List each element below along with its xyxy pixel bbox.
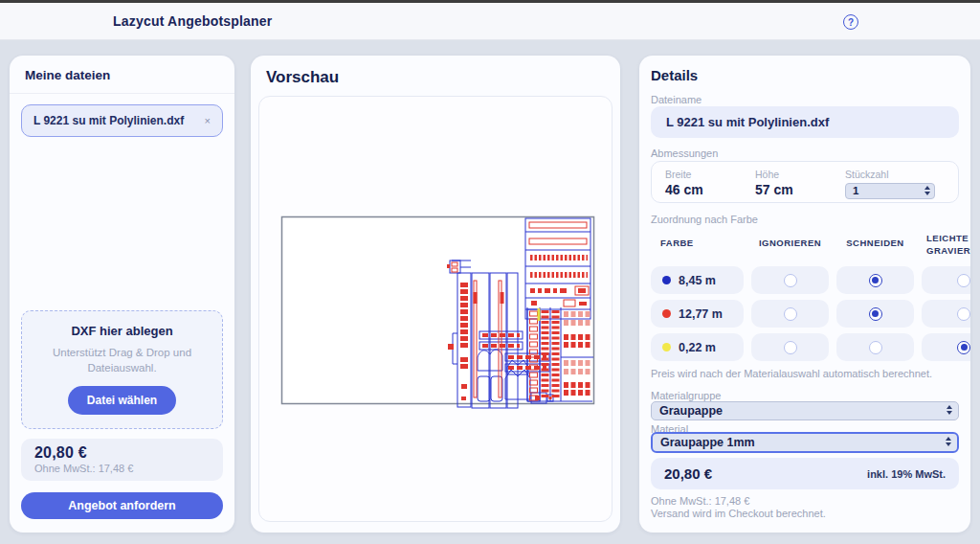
price-auto-note: Preis wird nach der Materialauswahl auto… (651, 368, 961, 379)
stepper-up-icon[interactable] (924, 186, 930, 190)
column-leichte-gravierung: Leichte Gravierung (926, 232, 970, 258)
preview-canvas (258, 96, 612, 522)
radio-ignorieren[interactable] (784, 307, 797, 321)
radio-schneiden[interactable] (869, 307, 882, 321)
select-arrows-icon (946, 437, 951, 446)
color-dot (662, 343, 671, 351)
preview-title: Vorschau (266, 68, 339, 87)
dxf-preview-drawing (259, 97, 612, 521)
material-value: Graupappe 1mm (660, 436, 755, 449)
radio-leichte-gravierung[interactable] (957, 341, 970, 354)
price-net-note: Ohne MwSt.: 17,48 € (651, 495, 749, 507)
color-row-blue: 8,45 m (639, 266, 970, 294)
color-dot (662, 309, 671, 318)
column-ignorieren: Ignorieren (751, 238, 829, 248)
dxf-dropzone[interactable]: DXF hier ablegen Unterstützt Drag & Drop… (21, 310, 223, 429)
dropzone-title: DXF hier ablegen (32, 324, 212, 338)
choose-file-button[interactable]: Datei wählen (68, 386, 176, 415)
radio-ignorieren[interactable] (784, 341, 797, 354)
width-value: 46 cm (665, 182, 755, 197)
file-chip-name: L 9221 su mit Polylinien.dxf (33, 114, 184, 127)
column-schneiden: Schneiden (836, 238, 914, 248)
remove-file-icon[interactable]: × (199, 115, 211, 126)
material-select[interactable]: Graupappe 1mm (651, 432, 959, 453)
quantity-stepper[interactable]: 1 (845, 183, 935, 199)
color-row-yellow: 0,22 m (639, 333, 970, 361)
filename-label: Dateiname (651, 94, 702, 105)
dropzone-subtitle: Unterstützt Drag & Drop und Dateiauswahl… (32, 345, 212, 376)
color-length-chip: 12,77 m (651, 300, 744, 328)
height-value: 57 cm (755, 182, 845, 197)
radio-schneiden[interactable] (869, 274, 882, 287)
color-length: 8,45 m (679, 274, 716, 287)
preview-panel: Vorschau (251, 56, 620, 533)
dimensions-box: Breite 46 cm Höhe 57 cm Stückzahl 1 (651, 161, 959, 203)
dimensions-label: Abmessungen (651, 147, 718, 159)
color-length: 0,22 m (679, 341, 716, 354)
file-chip[interactable]: L 9221 su mit Polylinien.dxf × (21, 104, 223, 137)
shipping-note: Versand wird im Checkout berechnet. (651, 508, 826, 519)
help-icon[interactable]: ? (843, 14, 858, 30)
material-group-label: Materialgruppe (651, 390, 721, 401)
column-farbe: Farbe (660, 238, 694, 248)
radio-schneiden[interactable] (869, 341, 882, 354)
select-arrows-icon (947, 405, 952, 415)
radio-leichte-gravierung[interactable] (957, 274, 970, 287)
radio-ignorieren[interactable] (784, 274, 797, 287)
radio-leichte-gravierung[interactable] (957, 307, 970, 321)
color-mapping-label: Zuordnung nach Farbe (651, 214, 758, 225)
color-dot (662, 276, 671, 284)
request-quote-button[interactable]: Angebot anfordern (21, 492, 223, 519)
price-net-note: Ohne MwSt.: 17,48 € (34, 463, 210, 474)
color-length-chip: 0,22 m (651, 333, 744, 361)
quantity-label: Stückzahl (845, 169, 945, 180)
price-gross: 20,80 € (34, 444, 210, 462)
files-price-box: 20,80 € Ohne MwSt.: 17,48 € (21, 439, 223, 481)
app-title: Lazycut Angebotsplaner (113, 3, 272, 40)
files-panel: Meine dateien L 9221 su mit Polylinien.d… (10, 56, 234, 533)
details-price-box: 20,80 € inkl. 19% MwSt. (651, 458, 959, 489)
price-gross: 20,80 € (664, 465, 712, 482)
color-length-chip: 8,45 m (651, 266, 744, 294)
details-panel: Details Dateiname L 9221 su mit Polylini… (639, 56, 970, 533)
app-header: Lazycut Angebotsplaner ? (0, 3, 980, 40)
material-group-value: Graupappe (659, 404, 723, 418)
height-label: Höhe (755, 169, 845, 180)
quantity-stepper-arrows[interactable] (924, 186, 930, 195)
stepper-down-icon[interactable] (924, 192, 930, 195)
width-label: Breite (665, 169, 755, 180)
filename-value: L 9221 su mit Polylinien.dxf (651, 106, 959, 138)
details-title: Details (651, 67, 698, 83)
files-panel-title: Meine dateien (10, 56, 234, 94)
price-tax-note: inkl. 19% MwSt. (867, 468, 946, 480)
material-group-select[interactable]: Graupappe (651, 401, 959, 420)
color-row-red: 12,77 m (639, 300, 970, 328)
quantity-value: 1 (853, 185, 858, 196)
color-length: 12,77 m (679, 307, 723, 321)
